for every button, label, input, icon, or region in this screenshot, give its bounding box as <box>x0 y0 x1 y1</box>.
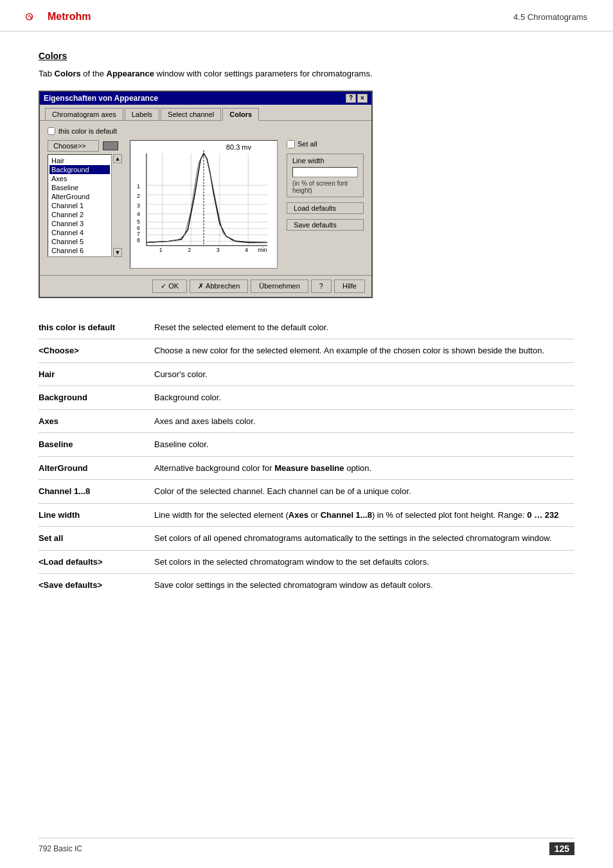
term-save-defaults: <Save defaults> <box>39 574 154 597</box>
list-item-channel4[interactable]: Channel 4 <box>49 228 110 237</box>
desc-row-axes: Axes Axes and axes labels color. <box>39 409 574 433</box>
def-axes: Axes and axes labels color. <box>154 409 574 433</box>
chart-panel: 80.3 mv 1 2 3 4 5 6 7 8 1 2 3 <box>130 140 278 269</box>
list-item-channel2[interactable]: Channel 2 <box>49 210 110 219</box>
def-default-color: Reset the selected element to the defaul… <box>154 316 574 339</box>
choose-button[interactable]: Choose>> <box>48 140 99 152</box>
apply-button[interactable]: Übernehmen <box>251 279 308 293</box>
cancel-icon: ✗ <box>198 282 204 290</box>
svg-text:3: 3 <box>217 247 220 253</box>
logo-text: Metrohm <box>48 11 91 22</box>
list-item-hair[interactable]: Hair <box>49 156 110 165</box>
desc-row-line-width: Line width Line width for the selected e… <box>39 503 574 527</box>
desc-row-choose: <Choose> Choose a new color for the sele… <box>39 339 574 363</box>
list-item-alterground[interactable]: AlterGround <box>49 192 110 201</box>
list-item-axes[interactable]: Axes <box>49 174 110 183</box>
help-question-label: ? <box>319 282 323 290</box>
list-item-channel3[interactable]: Channel 3 <box>49 219 110 228</box>
ok-button[interactable]: ✓ OK <box>152 279 187 293</box>
list-item-background[interactable]: Background <box>49 165 110 174</box>
description-table: this color is default Reset the selected… <box>39 316 574 597</box>
header-section: 4.5 Chromatograms <box>513 12 587 22</box>
set-all-row: Set all <box>287 140 317 148</box>
def-choose: Choose a new color for the selected elem… <box>154 339 574 363</box>
help-question-button[interactable]: ? <box>311 279 332 293</box>
desc-row-default-color: this color is default Reset the selected… <box>39 316 574 339</box>
svg-text:4: 4 <box>245 247 248 253</box>
titlebar-buttons: ? × <box>346 94 368 103</box>
set-all-checkbox[interactable] <box>287 140 295 148</box>
cancel-button[interactable]: ✗ Abbrechen <box>190 279 248 293</box>
term-hair: Hair <box>39 362 154 386</box>
ok-icon: ✓ <box>161 282 166 290</box>
default-color-row: this color is default <box>48 127 364 135</box>
term-alterground: AlterGround <box>39 456 154 480</box>
chart-value-label: 80.3 mv <box>226 143 251 151</box>
dialog-tabs: Chromatogram axes Labels Select channel … <box>40 105 371 121</box>
product-name: 792 Basic IC <box>39 844 82 853</box>
help-button[interactable]: ? <box>346 94 356 103</box>
tab-colors[interactable]: Colors <box>222 108 259 121</box>
svg-text:3: 3 <box>137 202 140 208</box>
def-alterground: Alternative background color for Measure… <box>154 456 574 480</box>
page-content: Colors Tab Colors of the Appearance wind… <box>0 31 613 635</box>
desc-row-baseline: Baseline Baseline color. <box>39 433 574 457</box>
term-baseline: Baseline <box>39 433 154 457</box>
dialog-title: Eigenschaften von Appearance <box>44 94 158 103</box>
intro-text: Tab Colors of the Appearance window with… <box>39 67 574 80</box>
svg-text:4: 4 <box>137 210 140 217</box>
default-color-label: this color is default <box>58 127 117 135</box>
color-preview-swatch <box>103 141 118 150</box>
save-defaults-button[interactable]: Save defaults <box>287 219 364 231</box>
svg-text:min: min <box>258 247 267 253</box>
term-choose: <Choose> <box>39 339 154 363</box>
dialog-titlebar: Eigenschaften von Appearance ? × <box>40 92 371 105</box>
hilfe-button[interactable]: Hilfe <box>334 279 365 293</box>
page-footer: 792 Basic IC 125 <box>39 838 574 855</box>
def-set-all: Set colors of all opened chromatograms a… <box>154 527 574 551</box>
list-item-channel1[interactable]: Channel 1 <box>49 201 110 210</box>
right-panel: Set all Line width (in % of screen font … <box>283 140 364 269</box>
def-hair: Cursor's color. <box>154 362 574 386</box>
svg-text:8: 8 <box>137 237 140 244</box>
dialog-main-area: Choose>> Hair Background Axes Baseline A… <box>48 140 364 269</box>
ok-label: OK <box>168 282 179 290</box>
tab-chromatogram-axes[interactable]: Chromatogram axes <box>45 108 123 120</box>
set-all-label: Set all <box>298 140 317 148</box>
dialog-window: Eigenschaften von Appearance ? × Chromat… <box>39 91 373 298</box>
list-item-baseline[interactable]: Baseline <box>49 183 110 192</box>
term-line-width: Line width <box>39 503 154 527</box>
color-list[interactable]: Hair Background Axes Baseline AlterGroun… <box>48 154 112 257</box>
desc-row-load-defaults: <Load defaults> Set colors in the select… <box>39 550 574 574</box>
left-panel: Choose>> Hair Background Axes Baseline A… <box>48 140 125 269</box>
desc-row-set-all: Set all Set colors of all opened chromat… <box>39 527 574 551</box>
svg-text:2: 2 <box>188 247 191 253</box>
apply-label: Übernehmen <box>259 282 300 290</box>
dialog-footer: ✓ OK ✗ Abbrechen Übernehmen ? Hilfe <box>40 275 371 297</box>
term-default-color: this color is default <box>39 316 154 339</box>
tab-labels[interactable]: Labels <box>125 108 159 120</box>
def-channel: Color of the selected channel. Each chan… <box>154 480 574 504</box>
list-item-channel5[interactable]: Channel 5 <box>49 237 110 246</box>
list-item-channel6[interactable]: Channel 6 <box>49 246 110 255</box>
term-set-all: Set all <box>39 527 154 551</box>
scroll-up-button[interactable]: ▲ <box>113 154 122 163</box>
page-number: 125 <box>549 842 574 855</box>
load-defaults-button[interactable]: Load defaults <box>287 202 364 214</box>
default-color-checkbox[interactable] <box>48 127 55 135</box>
term-background: Background <box>39 386 154 410</box>
close-button[interactable]: × <box>357 94 368 103</box>
desc-row-hair: Hair Cursor's color. <box>39 362 574 386</box>
def-save-defaults: Save color settings in the selected chro… <box>154 574 574 597</box>
svg-text:5: 5 <box>137 218 140 224</box>
list-item-channel7[interactable]: Channel 7 <box>49 255 110 257</box>
svg-text:2: 2 <box>137 193 140 199</box>
term-load-defaults: <Load defaults> <box>39 550 154 574</box>
cancel-label: Abbrechen <box>206 282 240 290</box>
svg-point-0 <box>26 13 33 20</box>
line-width-input[interactable] <box>292 167 358 177</box>
desc-row-alterground: AlterGround Alternative background color… <box>39 456 574 480</box>
scroll-down-button[interactable]: ▼ <box>113 248 122 257</box>
page-header: Metrohm 4.5 Chromatograms <box>0 0 613 31</box>
tab-select-channel[interactable]: Select channel <box>161 108 221 120</box>
